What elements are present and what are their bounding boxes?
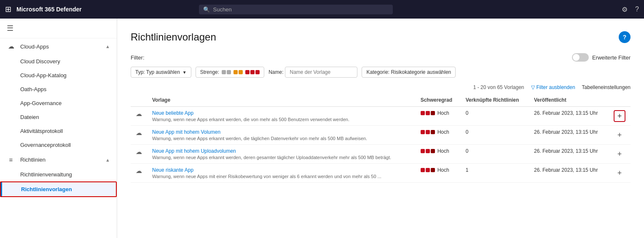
sidebar-item-richtlinienverwaltung[interactable]: Richtlinienverwaltung <box>0 168 117 181</box>
sidebar-item-oath-apps[interactable]: Oath-Apps <box>0 82 117 96</box>
row-add-cell: + <box>609 126 631 145</box>
linked-policies-value: 0 <box>466 148 469 154</box>
row-linked-policies-cell: 0 <box>461 107 529 126</box>
template-description: Warnung, wenn neue Apps erkannt werden, … <box>152 155 411 160</box>
advanced-filter-label: Erweiterte Filter <box>592 54 631 61</box>
search-input[interactable] <box>213 6 389 13</box>
template-name[interactable]: Neue App mit hohem Volumen <box>152 129 411 135</box>
severity-dot-4 <box>239 70 243 74</box>
row-linked-policies-cell: 1 <box>461 164 529 183</box>
sev-dot-2 <box>426 168 430 172</box>
template-description: Warnung, wenn neue Apps erkannt werden, … <box>152 117 411 122</box>
table-row: ☁Neue App mit hohem VolumenWarnung, wenn… <box>131 126 631 145</box>
table-row: ☁Neue riskante AppWarnung, wenn neue App… <box>131 164 631 183</box>
filter-controls: Typ: Typ auswählen ▼ Strenge: <box>131 67 631 78</box>
search-bar: 🔍 <box>199 5 393 14</box>
severity-dots-low <box>222 70 231 74</box>
row-published-cell: 26. Februar 2023, 13:15 Uhr <box>529 126 609 145</box>
row-linked-policies-cell: 0 <box>461 145 529 164</box>
table-toolbar: 1 - 20 von 65 Vorlagen ▽ Filter ausblend… <box>131 84 631 90</box>
linked-policies-value: 0 <box>466 129 469 135</box>
help-icon[interactable]: ? <box>635 5 639 13</box>
severity-filter[interactable]: Strenge: <box>196 67 264 78</box>
severity-label: Hoch <box>437 148 449 154</box>
help-button[interactable]: ? <box>619 31 631 43</box>
severity-dot-1 <box>222 70 226 74</box>
main-content: Richtlinienvorlagen ? Filter: Erweiterte… <box>117 19 644 238</box>
category-filter[interactable]: Kategorie: Risikokategorie auswählen <box>362 67 456 78</box>
row-icon-cell: ☁ <box>131 164 147 183</box>
th-veroeffentlicht: Veröffentlicht <box>529 94 609 107</box>
template-description: Warnung, wenn neue Apps mit einer Risiko… <box>152 174 411 179</box>
table-body: ☁Neue beliebte AppWarnung, wenn neue App… <box>131 107 631 183</box>
severity-dot-5 <box>245 70 250 74</box>
severity-badge: Hoch <box>421 129 456 135</box>
row-published-cell: 26. Februar 2023, 13:15 Uhr <box>529 107 609 126</box>
sev-dot-3 <box>431 168 435 172</box>
chevron-up-icon: ▲ <box>105 44 110 49</box>
app-title: Microsoft 365 Defender <box>16 6 82 13</box>
severity-badge: Hoch <box>421 148 456 154</box>
severity-badge: Hoch <box>421 110 456 116</box>
severity-dot-7 <box>255 70 260 74</box>
table-toolbar-actions: ▽ Filter ausblenden Tabelleneinstellunge… <box>531 84 631 90</box>
page-header: Richtlinienvorlagen ? <box>131 31 631 43</box>
sidebar-item-richtlinienvorlagen[interactable]: Richtlinienvorlagen <box>0 181 117 197</box>
filter-icon: ▽ <box>531 84 535 90</box>
add-policy-button[interactable]: + <box>614 129 625 141</box>
sidebar-hamburger[interactable]: ☰ <box>0 19 117 38</box>
page-title: Richtlinienvorlagen <box>131 31 216 43</box>
severity-label: Hoch <box>437 167 449 173</box>
topbar-icons: ⚙ ? <box>622 5 639 14</box>
settings-icon[interactable]: ⚙ <box>622 5 628 14</box>
name-filter-label: Name: <box>268 69 283 75</box>
severity-label: Hoch <box>437 129 449 135</box>
row-name-cell: Neue App mit hohem UploadvolumenWarnung,… <box>147 145 416 164</box>
table-header: Vorlage Schweregrad Verknüpfte Richtlini… <box>131 94 631 107</box>
row-add-cell: + <box>609 145 631 164</box>
sidebar-item-cloud-discovery[interactable]: Cloud Discovery <box>0 54 117 68</box>
sev-dot-1 <box>421 149 425 153</box>
sidebar-section-richtlinien[interactable]: ≡ Richtlinien ▲ <box>0 152 117 168</box>
grid-icon[interactable]: ⊞ <box>5 5 11 14</box>
add-policy-button[interactable]: + <box>614 148 625 160</box>
sidebar-section-cloud-apps[interactable]: ☁ Cloud-Apps ▲ <box>0 38 117 54</box>
sidebar-item-aktivitaetsprotokoll[interactable]: Aktivitätsprotokoll <box>0 124 117 138</box>
sev-dot-2 <box>426 130 430 134</box>
sidebar-item-app-governance[interactable]: App-Governance <box>0 96 117 110</box>
severity-label: Hoch <box>437 110 449 116</box>
row-icon-cell: ☁ <box>131 145 147 164</box>
type-dropdown-icon: ▼ <box>182 70 187 75</box>
table-settings-label: Tabelleneinstellungen <box>582 84 631 90</box>
cloud-row-icon: ☁ <box>136 148 142 155</box>
row-severity-cell: Hoch <box>416 164 461 183</box>
published-date: 26. Februar 2023, 13:15 Uhr <box>534 167 598 173</box>
row-name-cell: Neue riskante AppWarnung, wenn neue Apps… <box>147 164 416 183</box>
sev-dot-2 <box>426 149 430 153</box>
search-icon: 🔍 <box>203 6 210 13</box>
name-filter-group: Name: <box>268 67 357 78</box>
linked-policies-value: 1 <box>466 167 469 173</box>
filter-hide-button[interactable]: ▽ Filter ausblenden <box>531 84 575 90</box>
th-actions <box>609 94 631 107</box>
advanced-filter-toggle[interactable] <box>572 53 589 62</box>
sidebar-item-governanceprotokoll[interactable]: Governanceprotokoll <box>0 138 117 152</box>
advanced-filter-area: Erweiterte Filter <box>572 53 631 62</box>
add-policy-button[interactable]: + <box>614 167 625 179</box>
sidebar-item-cloud-app-katalog[interactable]: Cloud-App-Katalog <box>0 68 117 82</box>
severity-dot-2 <box>227 70 231 74</box>
name-filter-input[interactable] <box>285 67 357 78</box>
template-name[interactable]: Neue App mit hohem Uploadvolumen <box>152 148 411 154</box>
type-filter[interactable]: Typ: Typ auswählen ▼ <box>131 67 191 78</box>
table-settings-button[interactable]: Tabelleneinstellungen <box>582 84 631 90</box>
add-policy-button[interactable]: + <box>614 110 625 122</box>
row-add-cell: + <box>609 107 631 126</box>
filter-label: Filter: <box>131 54 145 61</box>
sidebar-item-dateien[interactable]: Dateien <box>0 110 117 124</box>
sev-dot-3 <box>431 149 435 153</box>
template-description: Warnung, wenn neue Apps erkannt werden, … <box>152 136 411 141</box>
severity-dots-med <box>233 70 243 74</box>
category-filter-label: Kategorie: Risikokategorie auswählen <box>366 69 451 75</box>
template-name[interactable]: Neue beliebte App <box>152 110 411 116</box>
template-name[interactable]: Neue riskante App <box>152 167 411 173</box>
